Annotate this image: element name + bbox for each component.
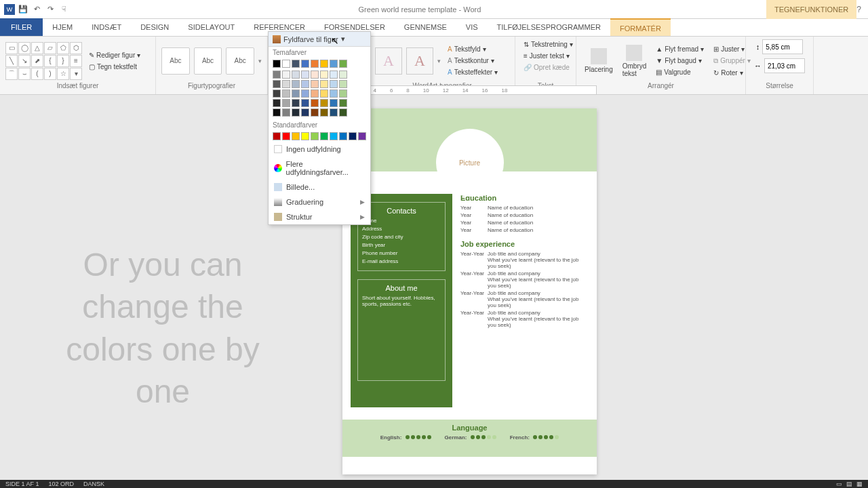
- tab-vis[interactable]: VIS: [456, 18, 488, 36]
- height-icon: ↕: [756, 43, 760, 51]
- wordart-style-1[interactable]: A: [375, 47, 402, 75]
- resume-sidebar[interactable]: Contacts NameAddressZip code and cityBir…: [351, 194, 452, 407]
- width-input[interactable]: [764, 58, 805, 73]
- cursor-icon: ↖: [331, 35, 339, 46]
- more-fill-colors-item[interactable]: Flere udfyldningsfarver...: [269, 157, 370, 180]
- status-lang[interactable]: DANSK: [83, 481, 104, 487]
- job-heading: Job experience: [460, 240, 589, 248]
- statusbar: SIDE 1 AF 1 102 ORD DANSK ▭ ▤ ▦: [0, 480, 868, 488]
- about-box[interactable]: About me Short about yourself. Hobbies, …: [357, 279, 446, 381]
- standard-colors-label: Standardfarver: [269, 119, 370, 131]
- placering-button[interactable]: Placering: [582, 47, 616, 75]
- tab-design[interactable]: DESIGN: [131, 18, 178, 36]
- shape-fill-button[interactable]: Fyldfarve til figur ▾: [269, 32, 370, 47]
- theme-shades-grid[interactable]: [269, 69, 370, 119]
- theme-color-row[interactable]: [269, 58, 370, 69]
- resume-main[interactable]: Education YearName of educationYearName …: [452, 194, 597, 407]
- window-title: Green world resume template - Word: [73, 5, 766, 14]
- horizontal-ruler[interactable]: 24681012141618: [342, 85, 597, 95]
- teksteffekter-button[interactable]: A Teksteffekter ▾: [445, 67, 500, 77]
- standard-color-row[interactable]: [269, 131, 370, 142]
- view-print-icon[interactable]: ▤: [846, 481, 852, 487]
- tekstfyld-button[interactable]: A Tekstfyld ▾: [445, 44, 500, 54]
- texture-fill-item[interactable]: Struktur▶: [269, 209, 370, 224]
- contextual-tab-label: TEGNEFUNKTIONER: [766, 0, 856, 19]
- shape-fill-dropdown: Fyldfarve til figur ▾ Temafarver Standar…: [268, 31, 371, 225]
- shape-style-2[interactable]: Abc: [194, 47, 222, 75]
- rediger-figur-button[interactable]: ✎ Rediger figur ▾: [86, 50, 143, 60]
- opret-kaede-button[interactable]: 🔗 Opret kæde: [521, 62, 572, 73]
- tab-hjem[interactable]: HJEM: [43, 18, 82, 36]
- width-icon: ↔: [754, 62, 762, 70]
- ombryd-button[interactable]: Ombryd tekst: [620, 43, 650, 79]
- group-arranger: Arrangér: [582, 82, 740, 92]
- view-read-icon[interactable]: ▭: [836, 481, 842, 487]
- gradient-fill-item[interactable]: Graduering▶: [269, 195, 370, 209]
- tab-indset[interactable]: INDSÆT: [82, 18, 131, 36]
- tekstretning-button[interactable]: ⇅ Tekstretning ▾: [521, 39, 576, 49]
- flytfremad-button[interactable]: ▲ Flyt fremad ▾: [653, 44, 707, 54]
- tekstkontur-button[interactable]: A Tekstkontur ▾: [445, 56, 500, 66]
- quick-access-toolbar: W 💾 ↶ ↷ ☟: [0, 4, 73, 15]
- flytbagud-button[interactable]: ▼ Flyt bagud ▾: [653, 56, 707, 66]
- status-page[interactable]: SIDE 1 AF 1: [5, 481, 39, 487]
- education-heading: Education: [460, 194, 589, 202]
- redo-icon[interactable]: ↷: [45, 4, 56, 15]
- wordart-style-2[interactable]: A: [406, 47, 433, 75]
- shape-style-3[interactable]: Abc: [226, 47, 254, 75]
- shape-style-1[interactable]: Abc: [161, 47, 190, 75]
- overlay-caption: Or you can change the colors one by one: [58, 244, 268, 413]
- no-fill-item[interactable]: Ingen udfyldning: [269, 142, 370, 157]
- document-page[interactable]: Picture Contacts NameAddressZip code and…: [342, 108, 597, 474]
- touch-icon[interactable]: ☟: [58, 4, 69, 15]
- picture-placeholder[interactable]: Picture: [436, 129, 504, 197]
- status-words[interactable]: 102 ORD: [49, 481, 75, 487]
- undo-icon[interactable]: ↶: [31, 4, 42, 15]
- valgrude-button[interactable]: ▤ Valgrude: [653, 67, 707, 77]
- justertekst-button[interactable]: ≡ Juster tekst ▾: [521, 51, 572, 61]
- document-area: 24681012141618 Or you can change the col…: [0, 95, 868, 480]
- height-input[interactable]: [762, 39, 803, 54]
- ribbon-tabs: FILER HJEM INDSÆT DESIGN SIDELAYOUT REFE…: [0, 19, 868, 37]
- view-web-icon[interactable]: ▦: [856, 481, 863, 487]
- group-storrelse: Størrelse: [751, 82, 808, 92]
- group-shape-styles: Figurtypografier: [161, 82, 262, 92]
- save-icon[interactable]: 💾: [18, 4, 28, 15]
- tab-gennemse[interactable]: GENNEMSE: [395, 18, 456, 36]
- tab-formater[interactable]: FORMATÉR: [610, 18, 671, 36]
- group-insert-shapes: Indsæt figurer: [5, 82, 150, 92]
- resume-header[interactable]: Picture: [342, 108, 597, 171]
- shapes-gallery[interactable]: ▭◯△▱⬠⬡ ╲↘⬈{}≡ ⌒⌣()☆▾: [5, 42, 82, 80]
- tab-sidelayout[interactable]: SIDELAYOUT: [178, 18, 244, 36]
- tab-filer[interactable]: FILER: [0, 18, 43, 36]
- picture-fill-item[interactable]: Billede...: [269, 180, 370, 195]
- language-heading: Language: [342, 424, 597, 432]
- resume-footer[interactable]: Language English: German: French:: [342, 420, 597, 457]
- titlebar: W 💾 ↶ ↷ ☟ Green world resume template - …: [0, 0, 868, 19]
- theme-colors-label: Temafarver: [269, 47, 370, 58]
- word-icon: W: [4, 4, 15, 15]
- help-icon[interactable]: ?: [856, 5, 861, 14]
- grupper-button[interactable]: ⧉ Gruppér ▾: [711, 56, 753, 66]
- tab-tilfoj[interactable]: TILFØJELSESPROGRAMMER: [488, 18, 610, 36]
- tegn-tekstfelt-button[interactable]: ▢ Tegn tekstfelt: [86, 62, 143, 72]
